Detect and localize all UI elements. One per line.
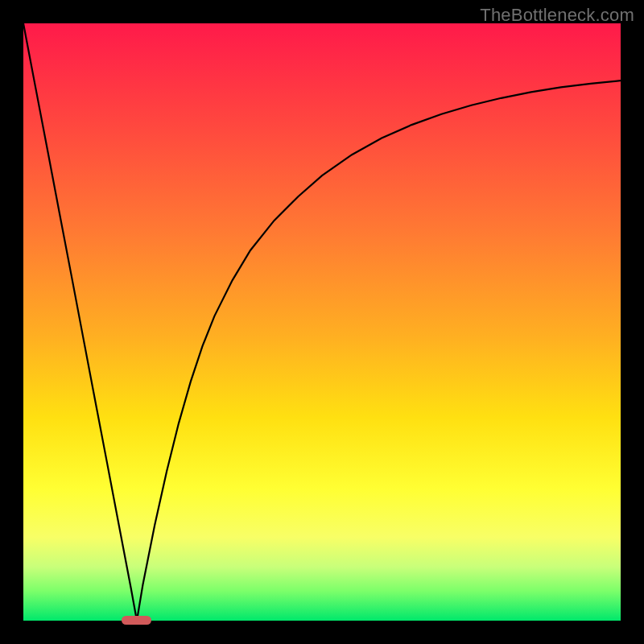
curve-left-branch [23, 23, 137, 621]
chart-frame: TheBottleneck.com [0, 0, 644, 644]
chart-plot-area [23, 23, 621, 621]
chart-curves [23, 23, 621, 621]
curve-right-branch [137, 80, 621, 621]
minimum-marker [122, 616, 151, 625]
watermark-text: TheBottleneck.com [480, 5, 634, 26]
